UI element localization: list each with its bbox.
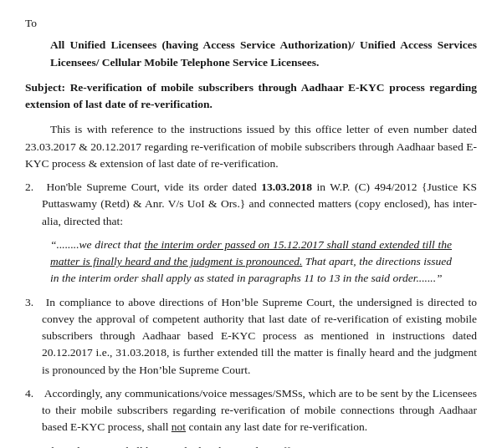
para2-text-before: Hon'ble Supreme Court, vide its order da… [47,181,262,193]
paragraph-3: 3. In compliance to above directions of … [25,294,477,379]
subject-line: Subject: Re-verification of mobile subsc… [25,79,477,114]
paragraph-5: 5. These directions shall be complied wi… [25,443,477,449]
para4-text-after: contain any last date for re-verificatio… [186,420,367,433]
para5-num: 5. [25,443,42,449]
para5-text: These directions shall be complied with … [44,445,305,449]
paragraph-2: 2. Hon'ble Supreme Court, vide its order… [25,179,477,230]
para3-num: 3. [25,294,42,311]
para4-not: not [172,420,186,433]
para2-date: 13.03.2018 [261,181,312,193]
quote-underline: the interim order passed on 15.12.2017 s… [50,238,452,267]
subject-text: Re-verification of mobile subscribers th… [25,81,477,110]
quote-text-before: “........we direct that the interim orde… [50,238,452,285]
paragraph-1: This is with reference to the instructio… [25,121,477,172]
para2-num: 2. [25,179,42,196]
paragraph-4: 4. Accordingly, any communications/voice… [25,385,477,436]
recipients: All Unified Licensees (having Access Ser… [50,37,477,71]
para3-text: In compliance to above directions of Hon… [42,296,477,376]
para4-num: 4. [25,385,42,402]
subject-label: Subject: [25,81,65,94]
quote-block: “........we direct that the interim orde… [50,237,452,288]
to-label: To [25,15,477,32]
